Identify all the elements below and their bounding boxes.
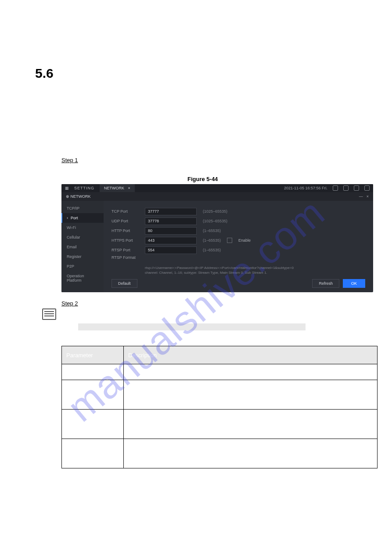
power-icon[interactable] [364, 185, 370, 191]
datetime: 2021-11-05 16:57:56 Fri. [284, 186, 327, 190]
table-header-parameter: Parameter [62, 346, 124, 364]
hint-https-port: (1–65535) [203, 238, 221, 243]
label-rtsp-port: RTSP Port [111, 248, 139, 252]
input-https-port[interactable]: 443 [145, 237, 197, 244]
label-udp-port: UDP Port [111, 219, 139, 223]
checkbox-https-enable[interactable] [227, 238, 232, 243]
table-cell: The default value is 443. You can set th… [124, 439, 378, 468]
sidebar-item-email[interactable]: Email [61, 242, 104, 252]
figure-prefix: Figure 5-44 [187, 176, 218, 182]
hint-tcp-port: (1025–65535) [203, 209, 227, 214]
intro-para-1: You can configure the maximum connection… [35, 110, 366, 129]
panel-title: NETWORK [71, 194, 91, 199]
sidebar-item-port[interactable]: ›Port [61, 213, 104, 223]
sidebar-item-label: Port [71, 216, 78, 220]
label-rtsp-format: RTSP Format [111, 255, 139, 260]
label-enable: Enable [238, 238, 251, 243]
tab-network-active[interactable]: NETWORK × [100, 184, 135, 192]
sidebar-item-cellular[interactable]: Cellular [61, 232, 104, 242]
table-cell: The default value is 80. If this paramet… [124, 410, 378, 439]
close-icon[interactable]: × [128, 186, 130, 190]
screenshot-port-page: ▦ SETTING NETWORK × 2021-11-05 16:57:56 … [61, 184, 373, 292]
gear-icon[interactable] [354, 185, 359, 191]
input-tcp-port[interactable]: 37777 [145, 208, 197, 215]
form-area: TCP Port 37777 (1025–65535) UDP Port 377… [104, 201, 373, 292]
parameter-table: Parameter Description TCP Port The defau… [61, 346, 378, 468]
input-udp-port[interactable]: 37778 [145, 218, 197, 225]
hint-http-port: (1–65535) [203, 229, 221, 233]
intro-para-2: On the main menu, click NETWORK, and the… [61, 140, 366, 149]
subsection-heading: 5.6.2 Port [35, 94, 366, 104]
table-header-description: Description [124, 346, 378, 364]
table-row: HTTPS Port [62, 439, 124, 468]
table-row: UDP Port [62, 380, 124, 410]
rtsp-format-help: rtsp://<Username>:<Password>@<IP Address… [145, 266, 294, 275]
table-cell: The default value is 37778. You can set … [124, 380, 378, 410]
section-heading: 5.6 [35, 66, 366, 81]
input-rtsp-port[interactable]: 554 [145, 247, 197, 254]
sidebar-item-tcpip[interactable]: TCP/IP [61, 203, 104, 213]
step-desc: Select SETTING > NETWORK > Port. [79, 157, 176, 163]
grid-icon: ▦ [65, 186, 69, 190]
panel-titlebar: ⊕ NETWORK — × [61, 192, 373, 201]
close-icon[interactable]: × [367, 194, 369, 199]
tab-setting[interactable]: SETTING [74, 186, 94, 190]
table-row: TCP Port [62, 364, 124, 380]
input-http-port[interactable]: 80 [145, 227, 197, 235]
bell-icon[interactable] [343, 185, 349, 191]
label-http-port: HTTP Port [111, 229, 139, 233]
sidebar-item-p2p[interactable]: P2P [61, 261, 104, 271]
hint-udp-port: (1025–65535) [203, 219, 227, 223]
label-https-port: HTTPS Port [111, 238, 139, 243]
section-number: 5.6 [35, 66, 54, 80]
table-row: HTTP Port [62, 410, 124, 439]
step-label: Step 1 [61, 157, 78, 163]
globe-icon: ⊕ [66, 194, 69, 199]
app-topbar: ▦ SETTING NETWORK × 2021-11-05 16:57:56 … [61, 184, 373, 192]
refresh-button[interactable]: Refresh [312, 279, 339, 288]
hint-rtsp-port: (1–65535) [203, 248, 221, 252]
tab-network-label: NETWORK [104, 186, 124, 190]
step-desc: Configure the parameters. [79, 300, 146, 307]
step-1: Step 1 Select SETTING > NETWORK > Port. [61, 157, 366, 163]
minimize-icon[interactable]: — [359, 194, 363, 199]
default-button[interactable]: Default [111, 279, 137, 288]
figure-caption: Figure 5-44 Port [53, 176, 366, 182]
sidebar: TCP/IP ›Port Wi-Fi Cellular Email Regist… [61, 201, 104, 292]
sidebar-item-operation-platform[interactable]: Operation Platform [61, 271, 104, 285]
user-icon[interactable] [333, 185, 338, 191]
note-text-bar: The revised parameters take effect after… [78, 323, 306, 330]
step-label: Step 2 [61, 300, 78, 307]
table-caption: Table 5-14 Port parameters [53, 337, 366, 343]
table-cell: The default value is 37777. You can set … [124, 364, 378, 380]
label-tcp-port: TCP Port [111, 209, 139, 214]
sidebar-item-wifi[interactable]: Wi-Fi [61, 223, 104, 232]
figure-suffix: Port [218, 176, 231, 182]
sidebar-item-register[interactable]: Register [61, 252, 104, 261]
ok-button[interactable]: OK [343, 279, 365, 288]
note-icon [42, 308, 56, 320]
